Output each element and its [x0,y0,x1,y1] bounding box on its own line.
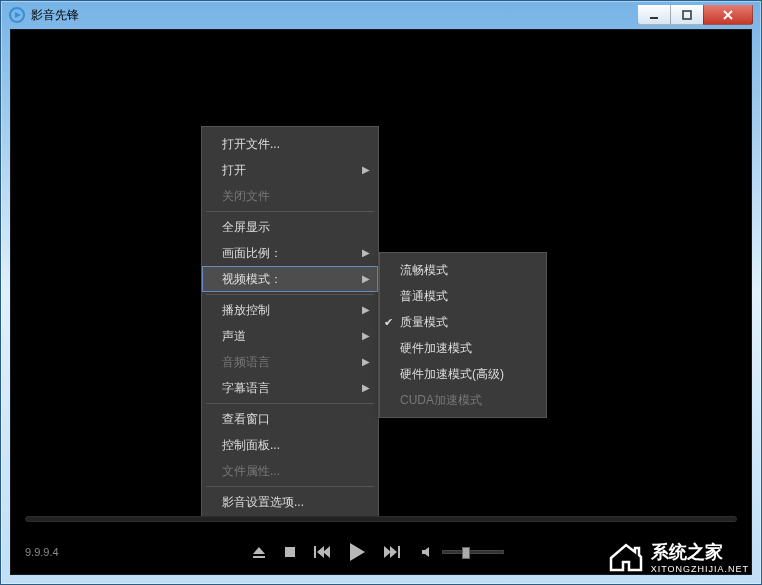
submenu-arrow-icon: ▶ [362,297,370,323]
eject-button[interactable] [252,545,266,559]
svg-marker-10 [350,543,365,561]
menu-item[interactable]: 查看窗口 [202,406,378,432]
svg-rect-6 [285,547,295,557]
menu-item: 关闭文件 [202,183,378,209]
menu-item[interactable]: 影音设置选项... [202,489,378,515]
menu-item[interactable]: 播放控制▶ [202,297,378,323]
menu-separator [206,486,374,487]
transport-controls [252,542,400,562]
menu-item: 文件属性... [202,458,378,484]
svg-rect-5 [253,556,265,558]
svg-marker-11 [384,546,391,558]
svg-rect-3 [683,11,691,19]
submenu-arrow-icon: ▶ [362,240,370,266]
menu-item[interactable]: 全屏显示 [202,214,378,240]
menu-item[interactable]: 字幕语言▶ [202,375,378,401]
stop-button[interactable] [284,546,296,558]
app-icon [9,7,25,23]
volume-control [422,546,504,558]
previous-button[interactable] [314,545,330,559]
volume-knob[interactable] [462,547,470,559]
submenu-arrow-icon: ▶ [362,375,370,401]
submenu-item[interactable]: ✔质量模式 [380,309,546,335]
progress-bar[interactable] [25,516,737,522]
video-mode-submenu: 流畅模式普通模式✔质量模式硬件加速模式硬件加速模式(高级)CUDA加速模式 [379,252,547,418]
submenu-arrow-icon: ▶ [362,349,370,375]
play-button[interactable] [348,542,366,562]
titlebar[interactable]: 影音先锋 [1,1,761,29]
watermark-text: 系统之家 [651,542,723,562]
svg-marker-8 [317,546,324,558]
submenu-arrow-icon: ▶ [362,157,370,183]
menu-item[interactable]: 视频模式：▶ [202,266,378,292]
window-title: 影音先锋 [31,7,638,24]
context-menu: 打开文件...打开▶关闭文件全屏显示画面比例：▶视频模式：▶播放控制▶声道▶音频… [201,126,379,520]
submenu-arrow-icon: ▶ [362,323,370,349]
close-button[interactable] [703,5,753,25]
menu-separator [206,211,374,212]
svg-marker-4 [253,547,265,554]
menu-item[interactable]: 打开▶ [202,157,378,183]
svg-marker-12 [390,546,397,558]
version-label: 9.9.9.4 [25,546,59,558]
menu-item[interactable]: 画面比例：▶ [202,240,378,266]
watermark: 系统之家 XITONGZHIJIA.NET [607,540,749,574]
svg-marker-14 [422,547,429,557]
menu-separator [206,403,374,404]
menu-item[interactable]: 控制面板... [202,432,378,458]
submenu-item[interactable]: 普通模式 [380,283,546,309]
svg-marker-1 [15,12,21,18]
check-icon: ✔ [384,309,393,335]
menu-separator [206,294,374,295]
window-frame: 影音先锋 ɔlay 打开文件...打开▶关闭文件全屏显示画面比例：▶视频模式：▶… [0,0,762,585]
mute-button[interactable] [422,546,434,558]
submenu-item[interactable]: 硬件加速模式 [380,335,546,361]
submenu-item[interactable]: 流畅模式 [380,257,546,283]
menu-item[interactable]: 打开文件... [202,131,378,157]
volume-slider[interactable] [442,550,504,554]
submenu-item: CUDA加速模式 [380,387,546,413]
svg-marker-9 [323,546,330,558]
submenu-arrow-icon: ▶ [362,266,370,292]
svg-rect-2 [650,17,658,19]
next-button[interactable] [384,545,400,559]
submenu-item[interactable]: 硬件加速模式(高级) [380,361,546,387]
house-icon [607,540,645,574]
svg-rect-7 [314,546,316,558]
player-area: ɔlay 打开文件...打开▶关闭文件全屏显示画面比例：▶视频模式：▶播放控制▶… [10,29,752,575]
watermark-url: XITONGZHIJIA.NET [651,564,749,574]
svg-rect-13 [398,546,400,558]
menu-item[interactable]: 声道▶ [202,323,378,349]
maximize-button[interactable] [670,5,704,25]
minimize-button[interactable] [637,5,671,25]
menu-item: 音频语言▶ [202,349,378,375]
